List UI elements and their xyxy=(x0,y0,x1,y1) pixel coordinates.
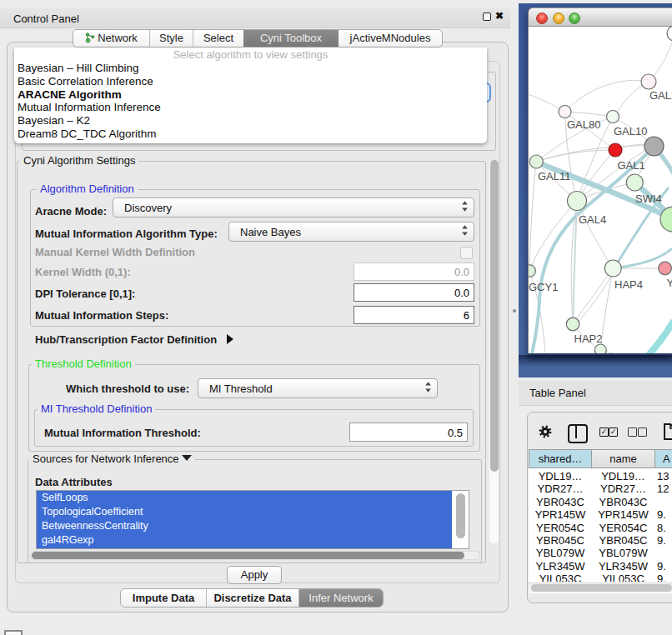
svg-text:GAL10: GAL10 xyxy=(614,125,647,138)
svg-text:GAL11: GAL11 xyxy=(538,170,571,182)
svg-text:YM: YM xyxy=(667,277,672,289)
svg-text:SWI4: SWI4 xyxy=(635,192,662,205)
svg-text:GAL80: GAL80 xyxy=(567,118,600,131)
svg-text:HAP4: HAP4 xyxy=(614,278,643,291)
svg-text:GAL4: GAL4 xyxy=(579,213,606,226)
svg-text:GAL1: GAL1 xyxy=(618,159,645,172)
svg-text:GAL2: GAL2 xyxy=(649,89,672,102)
svg-text:GCY1: GCY1 xyxy=(529,281,558,293)
svg-text:HAP2: HAP2 xyxy=(574,332,603,345)
